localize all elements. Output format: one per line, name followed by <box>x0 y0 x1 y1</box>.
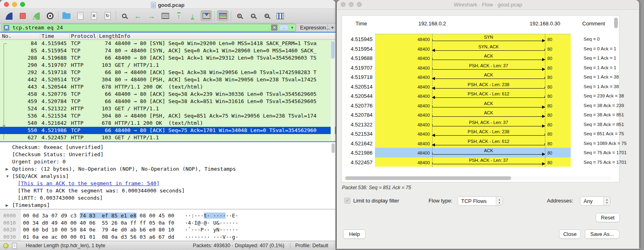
apply-filter-button[interactable]: → <box>279 25 288 31</box>
auto-scroll-button[interactable] <box>201 10 212 21</box>
flow-row[interactable]: 4.515954 48400 SYN, ACK 80 Seq = 0 Ack =… <box>342 44 619 54</box>
save-as-button[interactable]: Save As... <box>585 229 619 239</box>
flow-horizontal-scrollbar[interactable] <box>344 176 612 180</box>
capture-options-button[interactable] <box>44 10 56 21</box>
display-filter-input[interactable]: tcp.stream eq 24 ✕ → ▼ <box>2 24 296 31</box>
column-no[interactable]: No. <box>2 33 11 39</box>
hex-dump-pane[interactable]: 000000 0d 3a 07 d9 c3 74 83 ef 85 e1 e8 … <box>0 209 335 241</box>
column-length[interactable]: Length <box>99 33 118 39</box>
packet-row[interactable]: 443 4.520544 HTTP 678 HTTP/1.1 200 OK (t… <box>0 83 335 91</box>
details-scrollbar[interactable] <box>331 143 335 153</box>
packet-row[interactable]: 442 4.520514 TCP 304 80 → 48400 [PSH, AC… <box>0 76 335 83</box>
hex-ascii[interactable]: ·4·I@·@· U&······ <box>185 219 238 227</box>
hex-row[interactable]: 001000 34 d0 49 40 00 40 06 55 26 0a ff … <box>0 219 335 227</box>
expander-icon[interactable]: ▶ <box>6 165 12 173</box>
help-button[interactable]: Help <box>343 229 366 239</box>
detail-line[interactable]: Checksum: 0xeeac [unverified] <box>0 144 335 151</box>
detail-line[interactable]: [The RTT to ACK the segment was: 0.00034… <box>0 187 335 194</box>
zoom-in-button[interactable]: + <box>234 10 245 21</box>
detail-line[interactable]: ▶[Timestamps] <box>0 202 335 209</box>
packet-list-scrollbar[interactable] <box>331 40 335 141</box>
filter-text[interactable]: tcp.stream eq 24 <box>12 25 269 31</box>
packet-row[interactable]: 288 4.519688 TCP 66 48400 → 80 [ACK] Seq… <box>0 54 335 62</box>
hex-row[interactable]: 003001 0a ee ac 00 00 01 01 08 0a d3 56 … <box>0 233 335 241</box>
previous-packet-button[interactable]: ← <box>132 10 143 21</box>
add-filter-button[interactable]: + <box>331 24 334 31</box>
packet-row[interactable]: 85 4.515954 TCP 74 80 → 48400 [SYN, ACK]… <box>0 47 335 54</box>
limit-filter-checkbox[interactable]: ✓ <box>344 198 350 204</box>
detail-line[interactable]: ▼[SEQ/ACK analysis] <box>0 173 335 180</box>
hex-bytes[interactable]: 01 0a ee ac 00 00 01 01 08 0a d3 56 03 a… <box>23 233 174 241</box>
status-profile[interactable]: Profile: Default <box>290 243 335 248</box>
packet-row[interactable]: 290 4.519707 HTTP 103 GET / HTTP/1.1 <box>0 62 335 69</box>
hex-ascii[interactable]: ··:···t· ······E· <box>185 212 238 219</box>
stop-capture-button[interactable] <box>17 10 28 21</box>
detail-line[interactable]: Urgent pointer: 0 <box>0 158 335 165</box>
flow-row[interactable]: 4.520514 48400 PSH, ACK - Len: 238 80 Se… <box>342 82 619 91</box>
flow-row[interactable]: 4.521534 48400 PSH, ACK - Len: 238 80 Se… <box>342 129 619 138</box>
hex-bytes[interactable]: 00 0d 3a 07 d9 c3 74 83 ef 85 e1 e8 08 0… <box>23 212 174 219</box>
packet-row[interactable]: 540 4.521642 HTTP 678 HTTP/1.1 200 OK (t… <box>0 120 335 127</box>
close-file-button[interactable]: ✕ <box>88 10 99 21</box>
flow-row[interactable]: 4.519688 48400 ACK 80 Seq = 1 Ack = 1 <box>342 53 619 63</box>
colorize-button[interactable] <box>217 10 228 21</box>
expander-icon[interactable]: ▼ <box>6 173 12 180</box>
bookmark-icon[interactable] <box>4 25 9 31</box>
zoom-reset-button[interactable]: = <box>261 10 272 21</box>
flow-row[interactable]: 4.520544 48400 PSH, ACK - Len: 612 80 Se… <box>342 91 619 101</box>
flow-row[interactable]: 4.522457 48400 PSH, ACK - Len: 37 80 Seq… <box>342 157 619 167</box>
zoom-out-button[interactable]: − <box>247 10 259 21</box>
packet-row[interactable]: 627 4.522457 HTTP 103 GET / HTTP/1.1 <box>0 134 335 141</box>
last-packet-button[interactable]: ↓ <box>187 10 198 21</box>
flow-type-select[interactable]: TCP Flows ▲▼ <box>458 196 503 206</box>
find-packet-button[interactable] <box>118 10 130 21</box>
packet-row[interactable]: 292 4.519718 TCP 66 80 → 48400 [ACK] Seq… <box>0 69 335 76</box>
packet-details-pane[interactable]: Checksum: 0xeeac [unverified][Checksum S… <box>0 142 335 209</box>
hex-row[interactable]: 000000 0d 3a 07 d9 c3 74 83 ef 85 e1 e8 … <box>0 212 335 219</box>
flow-row[interactable]: 4.521642 48400 PSH, ACK - Len: 612 80 Se… <box>342 138 619 148</box>
flow-rows[interactable]: 4.515945 48400 SYN 80 Seq = 0 4.515954 4… <box>342 34 619 167</box>
expander-icon[interactable]: ▶ <box>6 202 12 209</box>
hex-ascii[interactable]: ········ ···V··g· <box>185 233 238 241</box>
packet-row[interactable]: 84 4.515945 TCP 74 48400 → 80 [SYN] Seq=… <box>0 40 335 47</box>
next-packet-button[interactable]: → <box>146 10 157 21</box>
flow-row[interactable]: 4.519718 48400 ACK 80 Seq = 1 Ack = 38 <box>342 72 619 82</box>
packet-list[interactable]: 84 4.515945 TCP 74 48400 → 80 [SYN] Seq=… <box>0 40 335 141</box>
detail-line[interactable]: [Checksum Status: Unverified] <box>0 151 335 158</box>
clear-filter-button[interactable]: ✕ <box>271 25 277 31</box>
start-capture-button[interactable] <box>3 10 14 21</box>
flow-row[interactable]: 4.519707 48400 PSH, ACK - Len: 37 80 Seq… <box>342 63 619 72</box>
open-file-button[interactable] <box>61 10 72 21</box>
detail-line[interactable]: ▶Options: (12 bytes), No-Operation (NOP)… <box>0 165 335 173</box>
flow-vertical-scrollbar[interactable] <box>614 17 618 175</box>
expression-button[interactable]: Expression... <box>300 25 330 31</box>
packet-row[interactable]: 458 4.520776 TCP 66 48400 → 80 [ACK] Seq… <box>0 91 335 98</box>
stepper-icon[interactable]: ▲▼ <box>496 197 503 205</box>
flow-row[interactable]: 4.521986 48400 ACK 80 Seq = 75 Ack = 170… <box>342 148 619 157</box>
detail-line[interactable]: [iRTT: 0.003743000 seconds] <box>0 194 335 202</box>
hex-row[interactable]: 002000 60 bd 10 00 50 84 0e 79 4e d0 ab … <box>0 226 335 233</box>
save-file-button[interactable] <box>75 10 86 21</box>
stepper-icon[interactable]: ▲▼ <box>603 197 610 205</box>
detail-line[interactable]: [This is an ACK to the segment in frame:… <box>0 180 335 187</box>
column-protocol[interactable]: Protocol <box>71 33 96 39</box>
flow-row[interactable]: 4.515945 48400 SYN 80 Seq = 0 <box>342 34 619 44</box>
go-to-packet-button[interactable]: → <box>159 10 171 21</box>
filter-dropdown-caret[interactable]: ▼ <box>290 26 294 30</box>
packet-row[interactable]: 459 4.520784 TCP 66 48400 → 80 [ACK] Seq… <box>0 98 335 105</box>
reload-file-button[interactable]: ↻ <box>102 10 113 21</box>
addresses-select[interactable]: Any ▲▼ <box>580 196 611 206</box>
packet-row[interactable]: 550 4.521986 TCP 66 48400 → 80 [ACK] Seq… <box>0 127 335 134</box>
flow-row[interactable]: 4.520776 48400 ACK 80 Seq = 38 Ack = 239 <box>342 101 619 110</box>
capture-comment-icon[interactable] <box>12 243 17 249</box>
first-packet-button[interactable]: ↑ <box>173 10 184 21</box>
restart-capture-button[interactable] <box>31 10 42 21</box>
hex-bytes[interactable]: 00 60 bd 10 00 50 84 0e 79 4e d0 ab b6 e… <box>23 226 174 233</box>
expert-info-icon[interactable] <box>3 243 8 248</box>
hex-ascii[interactable]: ·`···P·· yN······ <box>185 226 238 233</box>
column-info[interactable]: Info <box>118 33 130 39</box>
hex-bytes[interactable]: 00 34 d0 49 40 00 40 06 55 26 0a ff ff 0… <box>23 219 174 227</box>
flow-row[interactable]: 4.521322 48400 PSH, ACK - Len: 37 80 Seq… <box>342 120 619 129</box>
close-button[interactable]: Close <box>559 229 581 239</box>
reset-button[interactable]: Reset <box>596 213 620 222</box>
